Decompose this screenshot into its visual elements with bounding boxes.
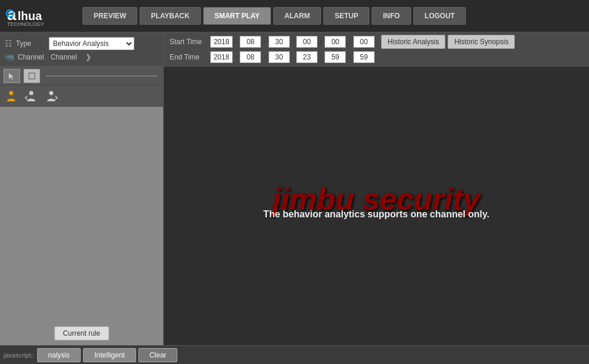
svg-point-8 — [49, 91, 54, 95]
body-section: Current rule jimbu security The behavior… — [0, 67, 589, 345]
tab-smart-play[interactable]: SMART PLAY — [203, 7, 271, 25]
end-date-sep2: - — [263, 52, 266, 61]
start-year-input[interactable] — [210, 36, 233, 48]
historic-analysis-button[interactable]: Historic Analysis — [381, 35, 445, 49]
person-right-tool-button[interactable] — [44, 88, 59, 104]
end-month-input[interactable] — [240, 51, 261, 63]
svg-point-4 — [9, 12, 11, 15]
analysis-button[interactable]: nalysis — [37, 348, 81, 362]
logo: a lhua TECHNOLOGY — [6, 4, 71, 28]
end-min-input[interactable] — [325, 51, 346, 63]
region-tool-button[interactable] — [24, 69, 40, 83]
channel-chevron-icon[interactable]: ❯ — [85, 53, 91, 61]
nav-tabs: PREVIEW PLAYBACK SMART PLAY ALARM SETUP … — [82, 7, 466, 25]
type-label: Type — [16, 39, 45, 48]
end-time-row: End Time - - : : — [170, 51, 583, 64]
tab-logout[interactable]: LOGOUT — [413, 7, 466, 25]
end-time-sep1: : — [320, 52, 322, 61]
controls-left: ☷ Type Behavior Analysis 📹 Channel Chann… — [0, 32, 164, 66]
start-time-label: Start Time — [170, 38, 208, 46]
end-sec-input[interactable] — [353, 51, 375, 63]
start-month-input[interactable] — [240, 36, 261, 48]
historic-synopsis-button[interactable]: Historic Synopsis — [448, 35, 515, 49]
start-hour-input[interactable] — [296, 36, 317, 48]
start-time-row: Start Time - - : : Historic Analysis His… — [170, 35, 583, 48]
tab-playback[interactable]: PLAYBACK — [140, 7, 201, 25]
tool-row-1 — [0, 67, 163, 85]
channel-icon: 📹 — [5, 52, 14, 61]
end-time-sep2: : — [348, 52, 350, 61]
type-row: ☷ Type Behavior Analysis — [5, 37, 158, 50]
start-date-sep1: - — [235, 37, 237, 46]
start-time-sep1: : — [320, 37, 322, 46]
clear-button[interactable]: Clear — [138, 348, 178, 362]
start-min-input[interactable] — [325, 36, 346, 48]
start-date-sep2: - — [263, 37, 266, 46]
tool-row-2 — [0, 85, 163, 107]
end-day-input[interactable] — [269, 51, 290, 63]
svg-rect-5 — [29, 73, 35, 79]
svg-text:TECHNOLOGY: TECHNOLOGY — [7, 21, 44, 27]
person-left-tool-button[interactable] — [24, 88, 39, 104]
end-year-input[interactable] — [210, 51, 233, 63]
start-day-input[interactable] — [269, 36, 290, 48]
right-panel: jimbu security The behavior analytics su… — [164, 67, 589, 345]
tab-alarm[interactable]: ALARM — [273, 7, 321, 25]
channel-value: Channel — [51, 53, 77, 61]
svg-point-7 — [29, 91, 34, 95]
javascript-label: javascript:: — [4, 352, 35, 359]
tab-setup[interactable]: SETUP — [323, 7, 369, 25]
intelligent-button[interactable]: Intelligent — [83, 348, 135, 362]
end-date-sep1: - — [235, 52, 237, 61]
svg-point-6 — [9, 91, 14, 95]
end-hour-input[interactable] — [296, 51, 317, 63]
cursor-tool-button[interactable] — [4, 69, 20, 83]
current-rule-button[interactable]: Current rule — [54, 326, 109, 340]
footer: javascript:: nalysis Intelligent Clear — [0, 345, 589, 364]
start-sec-input[interactable] — [353, 36, 375, 48]
end-time-label: End Time — [170, 53, 208, 61]
channel-row: 📹 Channel Channel ❯ — [5, 52, 158, 61]
start-time-sep2: : — [348, 37, 350, 46]
top-nav: a lhua TECHNOLOGY PREVIEW PLAYBACK SMART… — [0, 0, 589, 32]
controls-right: Start Time - - : : Historic Analysis His… — [164, 32, 589, 66]
type-select[interactable]: Behavior Analysis — [49, 37, 134, 50]
page-wrapper: a lhua TECHNOLOGY PREVIEW PLAYBACK SMART… — [0, 0, 589, 364]
preview-area: Current rule — [0, 107, 163, 345]
controls-row: ☷ Type Behavior Analysis 📹 Channel Chann… — [0, 32, 589, 67]
channel-label: Channel — [18, 53, 47, 61]
info-message: The behavior analytics supports one chan… — [263, 209, 489, 220]
person-tool-button[interactable] — [4, 88, 19, 104]
left-panel: Current rule — [0, 67, 164, 345]
type-icon: ☷ — [5, 39, 12, 48]
svg-text:lhua: lhua — [18, 9, 42, 22]
tab-preview[interactable]: PREVIEW — [82, 7, 137, 25]
tab-info[interactable]: INFO — [372, 7, 411, 25]
